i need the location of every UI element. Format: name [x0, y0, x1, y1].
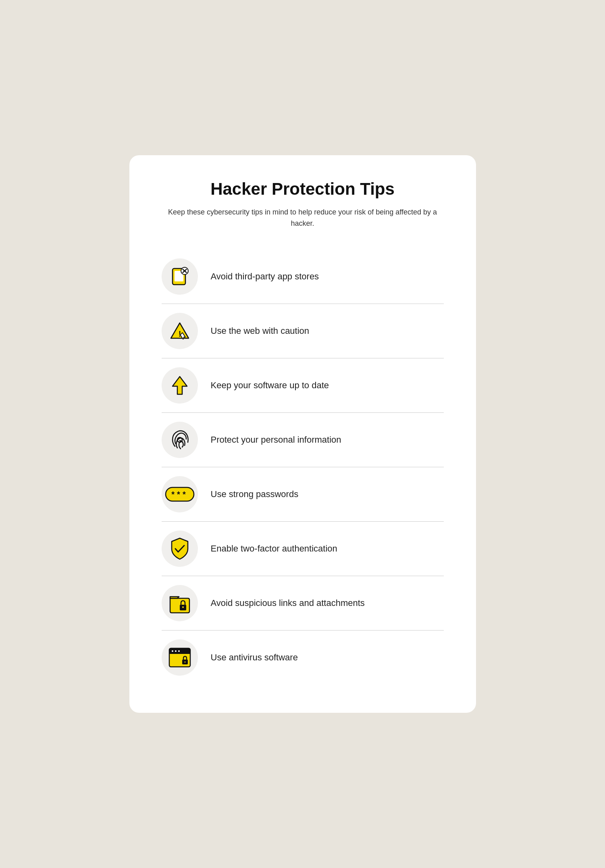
tip-label-antivirus: Use antivirus software: [211, 652, 298, 663]
svg-point-18: [175, 650, 177, 652]
svg-point-21: [184, 661, 185, 662]
tips-list: Avoid third-party app stores ! Use the w…: [162, 250, 444, 685]
tip-label-personal-info: Protect your personal information: [211, 435, 341, 445]
svg-text:***: ***: [171, 490, 188, 499]
browser-lock-icon: [162, 639, 198, 676]
tip-label-suspicious-links: Avoid suspicious links and attachments: [211, 598, 365, 608]
tip-item-strong-passwords: *** Use strong passwords: [162, 467, 444, 522]
tip-item-avoid-app-stores: Avoid third-party app stores: [162, 250, 444, 304]
tip-label-software-update: Keep your software up to date: [211, 380, 329, 391]
folder-lock-icon: [162, 585, 198, 621]
upload-arrow-icon: [162, 367, 198, 404]
warning-cursor-icon: !: [162, 313, 198, 349]
main-card: Hacker Protection Tips Keep these cybers…: [129, 155, 476, 713]
svg-point-17: [172, 650, 173, 652]
tip-item-personal-info: Protect your personal information: [162, 413, 444, 467]
tip-item-antivirus: Use antivirus software: [162, 631, 444, 685]
svg-marker-8: [173, 377, 187, 394]
fingerprint-icon: [162, 422, 198, 458]
tip-item-software-update: Keep your software up to date: [162, 358, 444, 413]
tip-item-suspicious-links: Avoid suspicious links and attachments: [162, 576, 444, 631]
tip-label-use-web-caution: Use the web with caution: [211, 326, 310, 336]
svg-point-13: [182, 606, 184, 608]
card-subtitle: Keep these cybersecurity tips in mind to…: [162, 207, 444, 229]
tip-label-strong-passwords: Use strong passwords: [211, 489, 299, 500]
svg-point-19: [178, 650, 180, 652]
shield-check-icon: [162, 531, 198, 567]
password-icon: ***: [162, 476, 198, 512]
app-block-icon: [162, 258, 198, 295]
svg-text:!: !: [178, 329, 181, 338]
tip-item-use-web-caution: ! Use the web with caution: [162, 304, 444, 358]
tip-label-avoid-app-stores: Avoid third-party app stores: [211, 271, 319, 282]
card-title: Hacker Protection Tips: [162, 179, 444, 199]
tip-item-two-factor: Enable two-factor authentication: [162, 522, 444, 576]
tip-label-two-factor: Enable two-factor authentication: [211, 543, 337, 554]
